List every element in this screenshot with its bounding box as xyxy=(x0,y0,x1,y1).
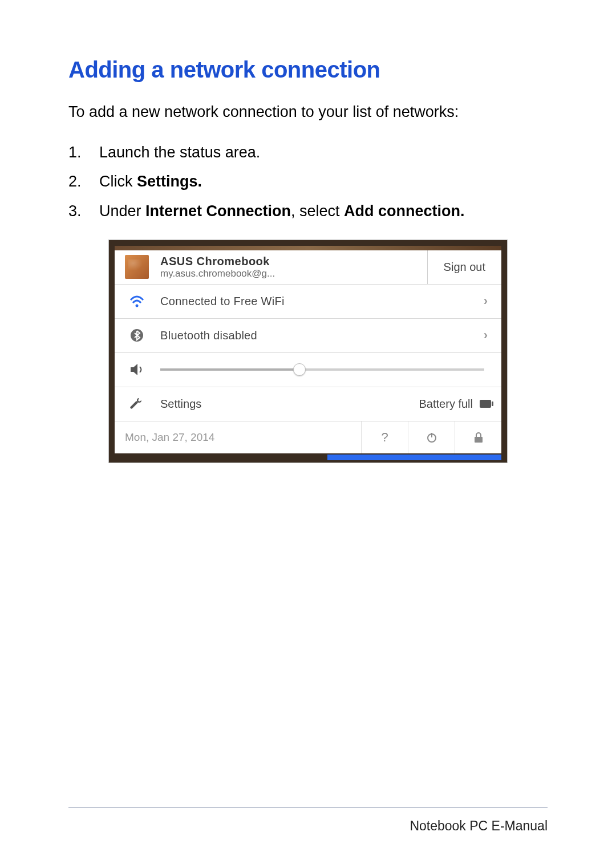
lock-button[interactable] xyxy=(455,421,501,453)
step-3: 3. Under Internet Connection, select Add… xyxy=(68,198,548,225)
chevron-right-icon: › xyxy=(484,328,491,343)
step-text: Launch the status area. xyxy=(99,139,260,166)
step-text-mid: , select xyxy=(291,202,344,220)
steps-list: 1. Launch the status area. 2. Click Sett… xyxy=(68,139,548,225)
wifi-row[interactable]: Connected to Free WiFi › xyxy=(115,285,501,319)
step-2: 2. Click Settings. xyxy=(68,168,548,195)
user-row[interactable]: ASUS Chromebook my.asus.chromebook@g... … xyxy=(115,250,501,285)
slider-thumb[interactable] xyxy=(293,363,306,376)
user-email: my.asus.chromebook@g... xyxy=(160,268,417,279)
footer-label: Notebook PC E-Manual xyxy=(410,818,548,834)
status-panel: ASUS Chromebook my.asus.chromebook@g... … xyxy=(115,250,501,453)
panel-footer: Mon, Jan 27, 2014 ? xyxy=(115,421,501,453)
speaker-icon xyxy=(125,363,149,376)
step-text-bold: Internet Connection xyxy=(145,202,291,220)
user-name: ASUS Chromebook xyxy=(160,255,417,268)
divider xyxy=(427,250,428,284)
step-number: 2. xyxy=(68,168,99,195)
bluetooth-row[interactable]: Bluetooth disabled › xyxy=(115,319,501,353)
volume-row[interactable] xyxy=(115,353,501,387)
slider-fill xyxy=(160,368,299,371)
battery-label: Battery full xyxy=(419,398,473,411)
bluetooth-icon xyxy=(125,328,149,342)
wallpaper-strip xyxy=(115,246,501,250)
step-text-pre: Click xyxy=(99,173,137,190)
page-heading: Adding a network connection xyxy=(68,57,548,83)
document-footer: Notebook PC E-Manual xyxy=(68,808,548,834)
step-1: 1. Launch the status area. xyxy=(68,139,548,166)
step-text-pre: Under xyxy=(99,202,145,220)
step-text: Under Internet Connection, select Add co… xyxy=(99,198,465,225)
power-button[interactable] xyxy=(408,421,455,453)
date-label: Mon, Jan 27, 2014 xyxy=(115,431,214,444)
wrench-icon xyxy=(125,397,149,411)
step-number: 1. xyxy=(68,139,99,166)
wifi-label: Connected to Free WiFi xyxy=(160,295,484,308)
taskbar-highlight xyxy=(327,455,501,460)
bluetooth-label: Bluetooth disabled xyxy=(160,329,484,342)
avatar xyxy=(125,255,149,279)
battery-icon xyxy=(480,400,491,408)
status-area-screenshot: ASUS Chromebook my.asus.chromebook@g... … xyxy=(108,240,508,463)
sign-out-button[interactable]: Sign out xyxy=(438,261,491,274)
intro-text: To add a new network connection to your … xyxy=(68,101,548,123)
svg-rect-4 xyxy=(475,437,483,443)
step-text: Click Settings. xyxy=(99,168,202,195)
step-text-bold2: Add connection. xyxy=(344,202,465,220)
help-button[interactable]: ? xyxy=(361,421,408,453)
step-number: 3. xyxy=(68,198,99,225)
settings-row: Settings Battery full xyxy=(115,387,501,421)
svg-point-0 xyxy=(136,305,139,307)
wifi-icon xyxy=(125,295,149,307)
settings-link[interactable]: Settings xyxy=(160,398,201,411)
volume-slider[interactable] xyxy=(160,368,484,371)
step-text-bold: Settings. xyxy=(137,173,202,190)
chevron-right-icon: › xyxy=(484,294,491,309)
